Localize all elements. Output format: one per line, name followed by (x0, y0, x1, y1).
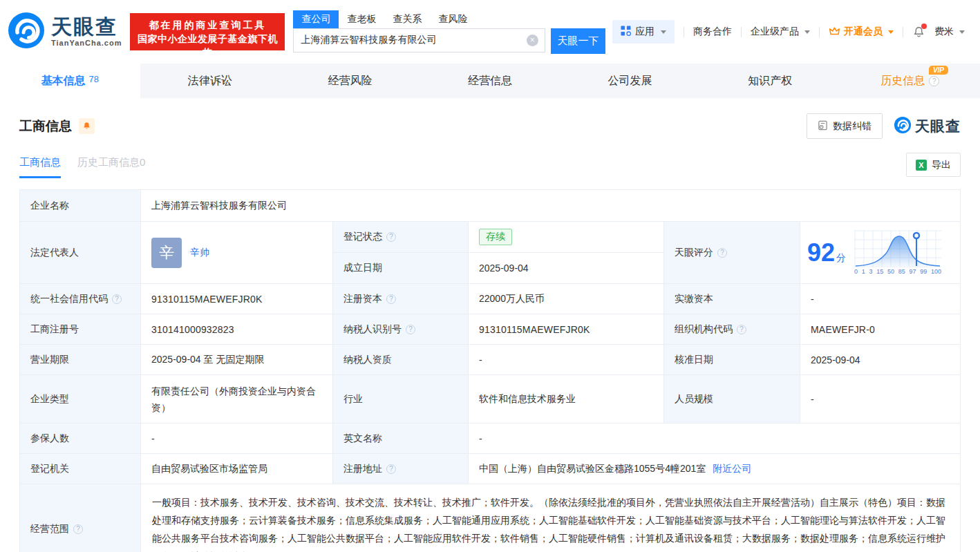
company-name-value: 上海浦算云智科技服务有限公司 (141, 190, 960, 221)
help-icon[interactable]: ? (929, 76, 939, 86)
field-label: 营业期限 (20, 345, 141, 374)
score-value: 92 (807, 240, 835, 265)
search-button[interactable]: 天眼一下 (551, 28, 606, 54)
taxpayer-id-value: 91310115MAEWEFJR0K (469, 314, 664, 344)
company-nav-tabs: 基本信息 78 法律诉讼 经营风险 经营信息 公司发展 知识产权 VIP 历史信… (0, 64, 980, 98)
tab-basic-info[interactable]: 基本信息 78 (0, 64, 140, 98)
company-type-value: 有限责任公司（外商投资企业与内资合资） (141, 375, 333, 423)
nearby-companies-link[interactable]: 附近公司 (713, 463, 751, 475)
correction-label: 数据纠错 (833, 120, 871, 133)
help-icon[interactable]: ? (112, 294, 122, 304)
field-label: 企业名称 (20, 190, 141, 221)
chevron-down-icon (804, 30, 810, 34)
reg-status-value: 存续 (469, 222, 664, 252)
vip-badge: VIP (929, 66, 948, 75)
field-label: 组织机构代码? (664, 314, 800, 344)
subtab-business-info[interactable]: 工商信息 (19, 156, 61, 178)
export-button[interactable]: X 导出 (906, 153, 961, 177)
field-label: 纳税人识别号? (333, 314, 469, 344)
reg-capital-value: 22000万人民币 (469, 284, 664, 314)
tab-legal-litigation[interactable]: 法律诉讼 (140, 64, 281, 98)
slogan-line1: 都在用的商业查询工具 (137, 18, 278, 32)
enterprise-products-menu[interactable]: 企业级产品 (751, 26, 810, 38)
reg-authority-value: 自由贸易试验区市场监管局 (141, 454, 333, 484)
header-right: 应用 商务合作 企业级产品 开通会员 (612, 0, 965, 64)
username-label: 费米 (934, 26, 954, 38)
tab-label: 基本信息 (41, 74, 86, 88)
tianyancha-logo[interactable]: 天眼查 TianYanCha.com (7, 11, 122, 53)
table-row: 企业类型 有限责任公司（外商投资企业与内资合资） 行业 软件和信息技术服务业 人… (20, 375, 960, 423)
vip-upgrade-menu[interactable]: 开通会员 (829, 26, 894, 38)
chevron-down-icon (959, 30, 965, 34)
search-tab-boss[interactable]: 查老板 (339, 10, 384, 28)
field-label: 人员规模 (664, 375, 800, 423)
credit-code-value: 91310115MAEWEFJR0K (141, 284, 333, 314)
field-label: 注册地址? (333, 454, 469, 484)
search-input[interactable] (293, 28, 545, 53)
english-name-value: - (469, 423, 960, 453)
field-label: 行业 (333, 375, 469, 423)
field-label: 核准日期 (664, 345, 800, 374)
enterprise-products-label: 企业级产品 (751, 26, 799, 38)
table-row: 工商注册号 310141000932823 纳税人识别号? 91310115MA… (20, 314, 960, 345)
business-scope-value: 一般项目：技术服务、技术开发、技术咨询、技术交流、技术转让、技术推广；软件开发。… (141, 484, 960, 552)
field-label: 纳税人资质 (333, 345, 469, 374)
tab-operating-risk[interactable]: 经营风险 (280, 64, 420, 98)
subtab-history-business-info[interactable]: 历史工商信息0 (77, 156, 145, 178)
divider (903, 27, 903, 37)
field-label: 成立日期 (333, 253, 469, 283)
table-row: 经营范围? 一般项目：技术服务、技术开发、技术咨询、技术交流、技术转让、技术推广… (20, 484, 960, 552)
excel-icon: X (916, 160, 927, 171)
brand-domain: TianYanCha.com (51, 39, 122, 47)
search-tabs: 查公司 查老板 查关系 查风险 (293, 10, 605, 28)
divider (684, 27, 684, 37)
search-tab-relation[interactable]: 查关系 (384, 10, 430, 28)
tianyancha-swirl-icon (894, 116, 912, 137)
tab-history-info[interactable]: VIP 历史信息 ? (840, 64, 980, 98)
score-unit: 分 (836, 252, 846, 265)
tab-company-development[interactable]: 公司发展 (560, 64, 700, 98)
establish-date-value: 2025-09-04 (469, 253, 664, 283)
help-icon[interactable]: ? (406, 325, 415, 334)
section-title: 工商信息 (19, 117, 72, 135)
field-label: 登记机关 (20, 454, 141, 484)
cooperation-link[interactable]: 商务合作 (693, 26, 732, 38)
search-tab-company[interactable]: 查公司 (293, 10, 339, 28)
brand-slogan: 都在用的商业查询工具 国家中小企业发展子基金旗下机构 (130, 13, 285, 50)
field-label: 注册资本? (333, 284, 469, 314)
tab-label: 经营风险 (328, 74, 372, 88)
chevron-down-icon (661, 30, 666, 34)
user-menu[interactable]: 费米 (934, 26, 965, 38)
apps-menu[interactable]: 应用 (612, 20, 675, 44)
reg-address-value: 中国（上海）自由贸易试验区金穗路1055号4幢201室 附近公司 (469, 454, 960, 484)
help-icon[interactable]: ? (386, 294, 396, 304)
score-distribution-chart: 01 315 5085 9799 100 (854, 230, 941, 275)
search-tab-risk[interactable]: 查风险 (430, 10, 475, 28)
notification-dot (921, 23, 927, 29)
monitor-bell-icon[interactable] (79, 118, 95, 134)
table-row: 登记机关 自由贸易试验区市场监管局 注册地址? 中国（上海）自由贸易试验区金穗路… (20, 454, 960, 484)
help-icon[interactable]: ? (737, 325, 746, 334)
reg-number-value: 310141000932823 (141, 314, 333, 344)
field-label: 工商注册号 (20, 314, 141, 344)
field-label: 经营范围? (20, 484, 141, 552)
legal-rep-link[interactable]: 辛帅 (190, 247, 209, 259)
tianyan-score: 92 分 (800, 222, 960, 283)
notification-bell-icon[interactable] (912, 26, 925, 39)
help-icon[interactable]: ? (717, 248, 727, 258)
legal-rep-avatar[interactable]: 辛 (151, 238, 182, 268)
search-area: 查公司 查老板 查关系 查风险 × 天眼一下 (293, 10, 605, 54)
data-correction-button[interactable]: 数据纠错 (807, 113, 883, 139)
help-icon[interactable]: ? (386, 464, 396, 474)
help-icon[interactable]: ? (73, 524, 83, 534)
tab-label: 公司发展 (608, 74, 652, 88)
field-label: 英文名称 (333, 423, 469, 453)
clear-icon[interactable]: × (527, 35, 538, 46)
business-info-table: 企业名称 上海浦算云智科技服务有限公司 法定代表人 辛 辛帅 登记状态? 存续 … (19, 189, 961, 552)
crown-icon (829, 26, 840, 38)
legal-rep-value: 辛 辛帅 (141, 222, 333, 283)
tab-intellectual-property[interactable]: 知识产权 (700, 64, 840, 98)
tab-operating-info[interactable]: 经营信息 (420, 64, 560, 98)
site-header: 天眼查 TianYanCha.com 都在用的商业查询工具 国家中小企业发展子基… (0, 0, 980, 64)
help-icon[interactable]: ? (386, 232, 396, 242)
